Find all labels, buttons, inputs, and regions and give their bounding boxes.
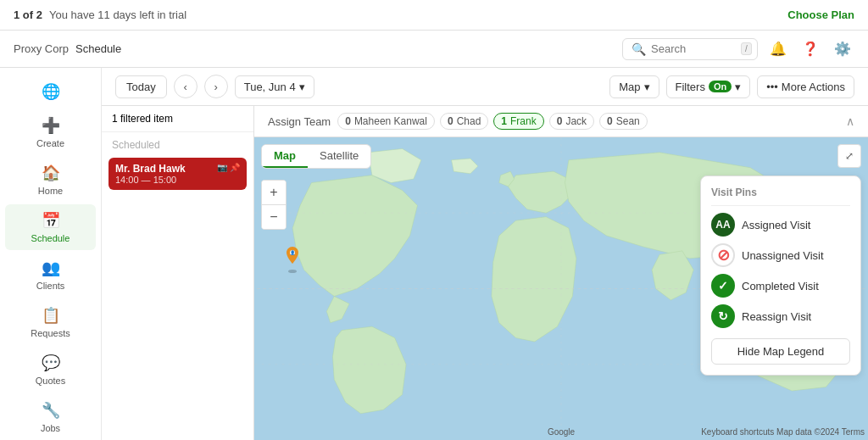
- home-icon: 🏠: [42, 164, 60, 182]
- nav-current-page[interactable]: Schedule: [75, 42, 121, 55]
- create-icon: ➕: [42, 116, 60, 135]
- sidebar-jobs-label: Jobs: [41, 423, 60, 433]
- map-tab-map[interactable]: Map: [262, 145, 308, 168]
- assigned-visit-icon: AA: [711, 213, 735, 237]
- sidebar-item-quotes[interactable]: 💬 Quotes: [5, 347, 96, 393]
- filtered-count: 1 filtered item: [112, 113, 173, 125]
- jobs-icon: 🔧: [42, 401, 60, 420]
- date-select[interactable]: Tue, Jun 4 ▾: [235, 75, 314, 98]
- sidebar-item-clients[interactable]: 👥 Clients: [5, 252, 96, 298]
- team-chip-jack[interactable]: 0 Jack: [549, 113, 594, 130]
- legend-divider-top: [711, 205, 850, 206]
- map-marker[interactable]: 👤: [282, 247, 303, 267]
- sidebar-item-globe[interactable]: 🌐: [5, 75, 96, 108]
- map-label: Map: [619, 81, 640, 93]
- settings-button[interactable]: ⚙️: [831, 37, 854, 61]
- team-chips: 0 Maheen Kanwal 0 Chad 1 Frank: [337, 113, 648, 130]
- content-area: Today ‹ › Tue, Jun 4 ▾ Map ▾ Filters On …: [102, 68, 868, 440]
- left-panel: 1 filtered item Scheduled Mr. Brad Hawk …: [102, 106, 254, 440]
- team-chip-chad[interactable]: 0 Chad: [440, 113, 488, 130]
- map-attribution-right: Keyboard shortcuts Map data ©2024 Terms: [701, 427, 865, 437]
- legend-completed: ✓ Completed Visit: [711, 274, 850, 298]
- nav-actions: 🔍 / 🔔 ❓ ⚙️: [622, 37, 854, 61]
- map-area: Assign Team 0 Maheen Kanwal 0 Chad: [254, 106, 868, 440]
- filters-chevron-icon: ▾: [735, 81, 741, 93]
- assign-team: Assign Team 0 Maheen Kanwal 0 Chad: [268, 113, 648, 130]
- more-dots-icon: •••: [766, 81, 778, 93]
- trial-info: 1 of 2 You have 11 days left in trial: [14, 8, 186, 21]
- today-button[interactable]: Today: [115, 75, 167, 98]
- legend-title: Visit Pins: [711, 187, 850, 198]
- trial-bar: 1 of 2 You have 11 days left in trial Ch…: [0, 0, 868, 31]
- legend-reassign: ↻ Reassign Visit: [711, 304, 850, 328]
- map-tab-satellite[interactable]: Satellite: [308, 145, 370, 168]
- sidebar-item-home[interactable]: 🏠 Home: [5, 157, 96, 203]
- schedule-area: 1 filtered item Scheduled Mr. Brad Hawk …: [102, 106, 868, 440]
- collapse-icon: ∧: [846, 114, 854, 128]
- visit-card[interactable]: Mr. Brad Hawk 📷 📌 14:00 — 15:00: [108, 158, 247, 190]
- collapse-button[interactable]: ∧: [846, 114, 854, 128]
- map-header-left: Assign Team 0 Maheen Kanwal 0 Chad: [268, 113, 648, 130]
- svg-point-5: [288, 270, 297, 273]
- map-view-button[interactable]: Map ▾: [609, 75, 659, 98]
- search-input[interactable]: [651, 42, 736, 55]
- team-chip-frank[interactable]: 1 Frank: [493, 113, 543, 130]
- zoom-out-button[interactable]: −: [262, 205, 286, 229]
- toolbar-right: Map ▾ Filters On ▾ ••• More Actions: [609, 75, 854, 98]
- more-actions-label: More Actions: [782, 81, 845, 93]
- reassign-visit-label: Reassign Visit: [742, 310, 811, 323]
- sidebar: 🌐 ➕ Create 🏠 Home 📅 Schedule 👥 Clients 📋…: [0, 68, 102, 440]
- completed-visit-icon: ✓: [711, 274, 735, 298]
- zoom-in-button[interactable]: +: [262, 181, 286, 204]
- date-chevron-icon: ▾: [299, 81, 305, 93]
- assigned-visit-label: Assigned Visit: [742, 219, 810, 231]
- next-date-button[interactable]: ›: [204, 75, 228, 98]
- legend-unassigned: ⊘ Unassigned Visit: [711, 243, 850, 267]
- main-layout: 🌐 ➕ Create 🏠 Home 📅 Schedule 👥 Clients 📋…: [0, 68, 868, 440]
- quotes-icon: 💬: [42, 354, 60, 372]
- unassigned-visit-icon: ⊘: [711, 243, 735, 267]
- visit-card-badges: 📷 📌: [217, 163, 240, 172]
- filters-on-badge: On: [709, 81, 732, 92]
- sidebar-item-jobs[interactable]: 🔧 Jobs: [5, 394, 96, 440]
- trial-message: You have 11 days left in trial: [49, 8, 186, 21]
- filtered-count-header: 1 filtered item: [102, 106, 253, 132]
- search-shortcut: /: [741, 42, 752, 55]
- more-actions-button[interactable]: ••• More Actions: [757, 75, 854, 98]
- trial-count: 1 of 2: [14, 8, 42, 21]
- map-assign-header: Assign Team 0 Maheen Kanwal 0 Chad: [254, 106, 868, 137]
- map-attribution: Google: [548, 427, 575, 437]
- globe-icon: 🌐: [42, 82, 60, 101]
- sidebar-create-label: Create: [36, 138, 64, 148]
- breadcrumb: Proxy Corp Schedule: [14, 42, 609, 55]
- map-container[interactable]: Map Satellite + −: [254, 137, 868, 440]
- map-tabs: Map Satellite: [261, 144, 371, 169]
- prev-date-button[interactable]: ‹: [174, 75, 198, 98]
- sidebar-requests-label: Requests: [31, 328, 70, 338]
- visit-card-name: Mr. Brad Hawk: [115, 163, 186, 175]
- team-chip-maheen[interactable]: 0 Maheen Kanwal: [337, 113, 435, 130]
- filters-button[interactable]: Filters On ▾: [666, 75, 751, 98]
- nav-company[interactable]: Proxy Corp: [14, 42, 69, 55]
- sidebar-item-requests[interactable]: 📋 Requests: [5, 299, 96, 345]
- hide-legend-button[interactable]: Hide Map Legend: [711, 338, 850, 365]
- requests-icon: 📋: [42, 306, 60, 325]
- help-button[interactable]: ❓: [798, 37, 822, 61]
- fullscreen-button[interactable]: ⤢: [837, 144, 861, 168]
- visit-section-label: Scheduled: [102, 132, 253, 154]
- choose-plan-link[interactable]: Choose Plan: [787, 8, 854, 21]
- sidebar-item-schedule[interactable]: 📅 Schedule: [5, 204, 96, 250]
- notifications-button[interactable]: 🔔: [766, 37, 790, 61]
- filters-label: Filters: [676, 81, 705, 93]
- map-chevron-icon: ▾: [644, 81, 650, 93]
- legend-assigned: AA Assigned Visit: [711, 213, 850, 237]
- sidebar-schedule-label: Schedule: [31, 233, 70, 243]
- visit-card-time: 14:00 — 15:00: [115, 175, 240, 185]
- completed-visit-label: Completed Visit: [742, 280, 819, 292]
- assign-team-label: Assign Team: [268, 115, 331, 128]
- team-chip-sean[interactable]: 0 Sean: [599, 113, 648, 130]
- clients-icon: 👥: [42, 259, 60, 277]
- reassign-visit-icon: ↻: [711, 304, 735, 328]
- search-box[interactable]: 🔍 /: [622, 38, 758, 60]
- sidebar-item-create[interactable]: ➕ Create: [5, 109, 96, 155]
